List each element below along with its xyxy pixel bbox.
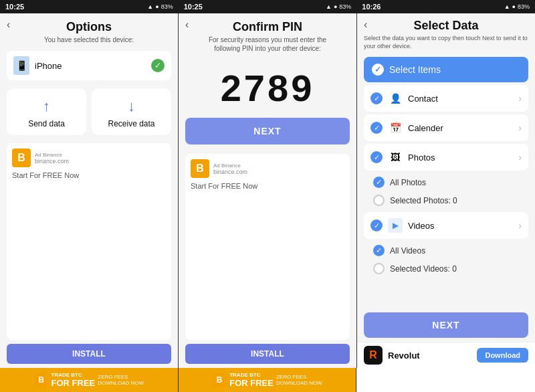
zero-fees-2: ZERO FEES [276, 374, 322, 380]
phone-icon: 📱 [13, 56, 29, 75]
revolut-download-button[interactable]: Download [477, 348, 528, 363]
battery-2: 83% [339, 3, 351, 10]
upload-icon: ↑ [43, 98, 50, 115]
select-data-title: Select Data [364, 19, 528, 33]
contact-chevron: › [518, 93, 522, 104]
all-videos-label: All Videos [390, 246, 425, 256]
videos-item[interactable]: ✓ ▶ Videos › [364, 212, 528, 239]
pin-next-button[interactable]: NEXT [185, 118, 350, 144]
pin-subtitle: For security reasons you must enter the … [187, 35, 348, 53]
select-data-sub: Select the data you want to copy then to… [364, 35, 528, 50]
contact-item[interactable]: ✓ 👤 Contact › [364, 85, 528, 112]
time-1: 10:25 [5, 3, 24, 11]
contact-check: ✓ [370, 92, 383, 104]
signal-icon: ▲ [147, 3, 153, 10]
select-data-next-button[interactable]: NEXT [364, 312, 528, 338]
revolut-icon: R [364, 346, 383, 365]
selected-videos-item[interactable]: Selected Videos: 0 [373, 260, 522, 278]
options-header: ‹ Options You have selected this device: [0, 13, 178, 47]
device-row: 📱 iPhone ✓ [7, 51, 171, 80]
status-icons-3: ▲ ● 83% [504, 3, 530, 10]
device-name: iPhone [35, 61, 62, 71]
ad-domain-2: binance.com [213, 169, 247, 175]
back-arrow-2[interactable]: ‹ [185, 19, 189, 31]
videos-chevron: › [518, 220, 522, 231]
ad-badge-1: Ad Binance [35, 152, 69, 158]
bottom-ad-text-2: TRADE BTC FOR FREE [229, 372, 274, 388]
ad-header-2: B Ad Binance binance.com [191, 159, 344, 178]
battery-3: 83% [518, 3, 530, 10]
bnb-icon-1: B [34, 373, 49, 387]
video-sub-items: ✓ All Videos Selected Videos: 0 [364, 241, 528, 278]
bottom-ad-panel-1[interactable]: B TRADE BTC FOR FREE ZERO FEES DOWNLOAD … [0, 368, 179, 392]
data-list: ✓ 👤 Contact › ✓ 📅 Calender › ✓ 🖼 Photos … [357, 85, 535, 310]
status-bar: 10:25 ▲ ● 83% 10:25 ▲ ● 83% 10:26 ▲ ● 83… [0, 0, 535, 13]
send-data-button[interactable]: ↑ Send data [7, 88, 86, 135]
videos-label: Videos [408, 221, 513, 231]
revolut-bar: R Revolut Download [357, 342, 535, 368]
main-panels: ‹ Options You have selected this device:… [0, 13, 535, 368]
selected-photos-label: Selected Photos: 0 [390, 196, 457, 205]
ad-tagline-2: Start For FREE Now [191, 182, 344, 190]
wifi-icon-2: ● [334, 3, 337, 10]
binance-logo-2: B [191, 159, 209, 178]
download-now-2: DOWNLOAD NOW [276, 380, 322, 386]
ad-header-1: B Ad Binance binance.com [12, 149, 166, 167]
calendar-icon: 📅 [388, 120, 403, 135]
photos-icon: 🖼 [388, 150, 403, 165]
status-panel-2: 10:25 ▲ ● 83% [179, 0, 357, 13]
back-arrow-3[interactable]: ‹ [364, 19, 367, 31]
all-photos-item[interactable]: ✓ All Photos [373, 173, 522, 191]
ad-tagline-1: Start For FREE Now [12, 171, 166, 179]
download-now-1: DOWNLOAD NOW [98, 380, 144, 386]
status-icons-2: ▲ ● 83% [326, 3, 351, 10]
calendar-chevron: › [518, 122, 522, 133]
back-arrow-1[interactable]: ‹ [7, 19, 10, 31]
status-panel-3: 10:26 ▲ ● 83% [356, 0, 535, 13]
status-icons-1: ▲ ● 83% [147, 3, 173, 10]
videos-check: ✓ [370, 219, 383, 231]
send-label: Send data [28, 119, 65, 128]
pin-display: 2789 [179, 66, 356, 110]
install-btn-2[interactable]: INSTALL [185, 344, 350, 364]
install-btn-1[interactable]: INSTALL [7, 344, 171, 364]
all-videos-item[interactable]: ✓ All Videos [373, 241, 522, 260]
bottom-ad-text-1: TRADE BTC FOR FREE [51, 372, 96, 388]
wifi-icon: ● [155, 3, 158, 10]
contact-icon: 👤 [388, 91, 403, 106]
time-2: 10:25 [184, 3, 203, 11]
all-videos-check: ✓ [373, 245, 385, 256]
bottom-ad-line2-2: FOR FREE [229, 378, 274, 388]
videos-icon: ▶ [388, 218, 403, 233]
calendar-label: Calender [408, 123, 513, 133]
zero-fees-1: ZERO FEES [98, 374, 144, 380]
bottom-ad-panel-3 [356, 368, 535, 392]
bottom-ad-panel-2[interactable]: B TRADE BTC FOR FREE ZERO FEES DOWNLOAD … [179, 368, 357, 392]
bottom-ad-right-1: ZERO FEES DOWNLOAD NOW [98, 374, 144, 386]
bnb-icon-2: B [212, 373, 227, 387]
ad-banner-2: B Ad Binance binance.com Start For FREE … [185, 154, 350, 340]
selected-photos-item[interactable]: Selected Photos: 0 [373, 191, 522, 209]
pin-title: Confirm PIN [233, 20, 302, 34]
calendar-item[interactable]: ✓ 📅 Calender › [364, 114, 528, 141]
status-panel-1: 10:25 ▲ ● 83% [0, 0, 179, 13]
receive-label: Receive data [108, 119, 154, 128]
selected-videos-check [373, 263, 385, 274]
time-3: 10:26 [362, 3, 381, 11]
selected-videos-label: Selected Videos: 0 [390, 264, 457, 274]
photos-label: Photos [408, 153, 513, 163]
selected-photos-check [373, 195, 385, 206]
select-all-bar[interactable]: ✓ Select Items [364, 57, 528, 82]
ad-text-1: Ad Binance binance.com [35, 152, 69, 165]
signal-icon-2: ▲ [326, 3, 332, 10]
photo-sub-items: ✓ All Photos Selected Photos: 0 [364, 173, 528, 209]
photos-item[interactable]: ✓ 🖼 Photos › [364, 144, 528, 171]
bottom-ad-line2: FOR FREE [51, 378, 96, 388]
select-all-check: ✓ [372, 64, 384, 76]
options-title: Options [66, 20, 112, 34]
binance-logo-1: B [12, 149, 31, 167]
signal-icon-3: ▲ [504, 3, 510, 10]
receive-data-button[interactable]: ↓ Receive data [92, 88, 171, 135]
ad-banner-1: B Ad Binance binance.com Start For FREE … [7, 143, 171, 340]
calendar-check: ✓ [370, 122, 383, 134]
